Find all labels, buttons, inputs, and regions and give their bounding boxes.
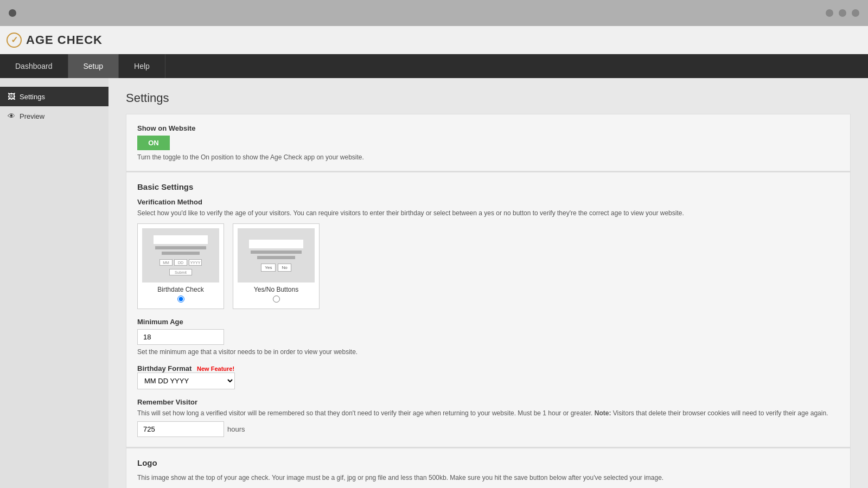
preview-icon: 👁 [8, 112, 15, 120]
logo-checkmark-icon: ✓ [7, 33, 22, 48]
logo-section-desc: This image show at the top of your age c… [137, 474, 839, 481]
logo-section-title: Logo [137, 458, 839, 467]
yesno-buttons-label: Yes/No Buttons [238, 286, 315, 293]
basic-settings-section: Basic Settings Verification Method Selec… [126, 172, 851, 447]
show-on-website-section: Show on Website ON Turn the toggle to th… [126, 114, 851, 171]
birthdate-check-radio[interactable] [177, 296, 184, 303]
preview-line-2 [162, 252, 199, 255]
nav-item-help[interactable]: Help [119, 54, 165, 78]
new-feature-badge: New Feature! [197, 365, 234, 372]
logo-area: ✓ AGE CHECK [7, 33, 103, 48]
birthdate-check-card[interactable]: MM DD YYYY Submit Birthdate Check [137, 223, 224, 309]
basic-settings-title: Basic Settings [137, 182, 839, 191]
remember-visitor-label: Remember Visitor [137, 398, 839, 406]
preview-line-3 [251, 251, 302, 254]
birthday-format-field: Birthday Format New Feature! MM DD YYYY … [137, 364, 839, 389]
top-bar-right [826, 9, 859, 17]
sidebar-item-preview-label: Preview [20, 112, 44, 120]
logo-section: Logo This image show at the top of your … [126, 448, 851, 488]
verification-method-desc: Select how you'd like to verify the age … [137, 209, 839, 217]
minimum-age-desc: Set the minimum age that a visitor needs… [137, 348, 839, 356]
preview-line-1 [155, 246, 207, 249]
hours-label: hours [227, 425, 245, 433]
content-area: Settings Show on Website ON Turn the tog… [108, 78, 868, 488]
logo-bar: ✓ AGE CHECK [0, 26, 868, 54]
preview-dd: DD [174, 259, 187, 266]
preview-inputs: MM DD YYYY [159, 259, 202, 266]
preview-title-bar [154, 235, 208, 244]
logo-text: AGE CHECK [26, 33, 103, 47]
verification-method-options: MM DD YYYY Submit Birthdate Check [137, 223, 839, 309]
top-bar-left [9, 9, 16, 17]
sidebar-item-preview[interactable]: 👁 Preview [0, 106, 108, 126]
sidebar: 🖼 Settings 👁 Preview [0, 78, 108, 488]
settings-icon: 🖼 [8, 92, 15, 101]
remember-visitor-note-label: Note: [595, 409, 611, 417]
yesno-buttons-radio[interactable] [273, 296, 280, 303]
show-on-website-toggle[interactable]: ON [137, 136, 170, 150]
nav-bar: Dashboard Setup Help [0, 54, 868, 78]
minimum-age-field: Minimum Age Set the minimum age that a v… [137, 318, 839, 356]
traffic-light-close[interactable] [9, 9, 16, 17]
preview-yyyy: YYYY [189, 259, 202, 266]
birthdate-check-preview: MM DD YYYY Submit [142, 228, 219, 282]
minimum-age-label: Minimum Age [137, 318, 839, 326]
verification-method-field: Verification Method Select how you'd lik… [137, 198, 839, 309]
page-title: Settings [126, 91, 851, 105]
preview-submit: Submit [169, 269, 192, 275]
show-on-website-label: Show on Website [137, 124, 839, 132]
birthdate-check-label: Birthdate Check [142, 286, 219, 293]
nav-item-setup[interactable]: Setup [68, 54, 119, 78]
preview-title-bar-2 [249, 240, 304, 248]
remember-visitor-input-row: hours [137, 421, 839, 437]
show-on-website-desc: Turn the toggle to the On position to sh… [137, 153, 839, 161]
preview-mm: MM [159, 259, 173, 266]
nav-item-dashboard[interactable]: Dashboard [0, 54, 68, 78]
remember-visitor-field: Remember Visitor This will set how long … [137, 398, 839, 437]
preview-yes: Yes [261, 264, 276, 272]
sidebar-item-settings[interactable]: 🖼 Settings [0, 87, 108, 106]
birthday-format-select[interactable]: MM DD YYYY DD MM YYYY YYYY MM DD [137, 373, 235, 389]
traffic-light-btn1[interactable] [826, 9, 833, 17]
preview-no: No [278, 264, 291, 272]
remember-visitor-desc: This will set how long a verified visito… [137, 409, 839, 417]
main-layout: 🖼 Settings 👁 Preview Settings Show on We… [0, 78, 868, 488]
remember-visitor-note-text: Visitors that delete their browser cooki… [613, 409, 828, 417]
traffic-light-btn3[interactable] [852, 9, 859, 17]
traffic-light-btn2[interactable] [839, 9, 846, 17]
preview-yesno: Yes No [261, 264, 291, 272]
yesno-buttons-card[interactable]: Yes No Yes/No Buttons [233, 223, 320, 309]
verification-method-label: Verification Method [137, 198, 839, 206]
sidebar-item-settings-label: Settings [20, 93, 45, 101]
minimum-age-input[interactable] [137, 329, 224, 345]
yesno-check-preview: Yes No [238, 228, 315, 282]
remember-visitor-input[interactable] [137, 421, 224, 437]
top-bar [0, 0, 868, 26]
preview-line-4 [257, 256, 295, 259]
birthday-format-label: Birthday Format [137, 364, 192, 373]
